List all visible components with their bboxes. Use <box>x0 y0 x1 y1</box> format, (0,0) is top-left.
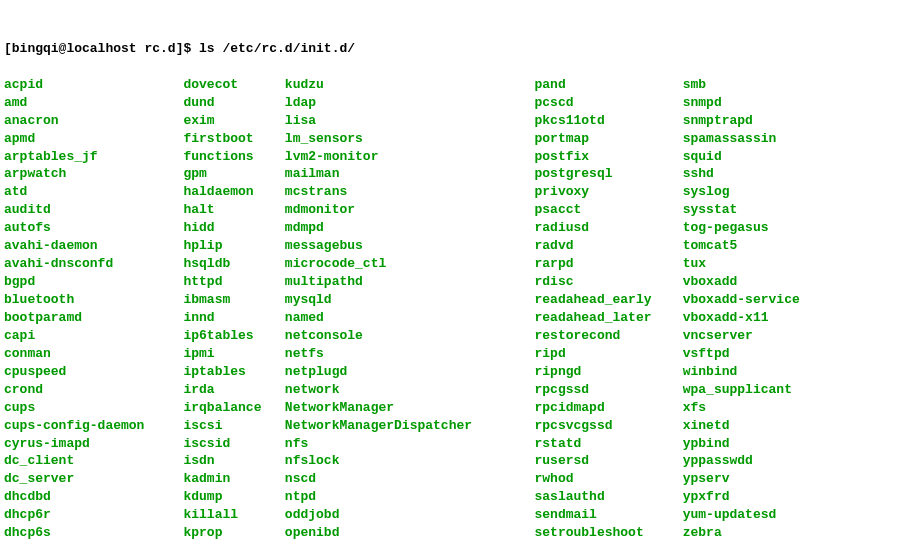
prompt-command: ls /etc/rc.d/init.d/ <box>199 41 355 56</box>
prompt-user-host: [bingqi@localhost rc.d]$ <box>4 41 191 56</box>
file-listing: acpid dovecot kudzu pand smb amd dund ld… <box>4 76 910 539</box>
terminal-prompt-line: [bingqi@localhost rc.d]$ ls /etc/rc.d/in… <box>4 40 910 58</box>
